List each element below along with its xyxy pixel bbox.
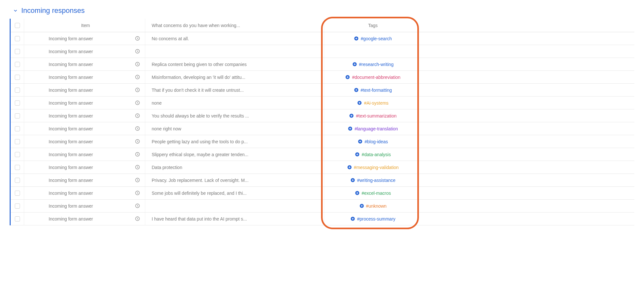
comment-icon[interactable] xyxy=(135,190,140,196)
row-item-cell[interactable]: Incoming form answer xyxy=(26,148,145,161)
tag-pill[interactable]: #blog-ideas xyxy=(358,139,388,144)
row-tags-cell[interactable]: #messaging-validation xyxy=(326,161,420,174)
comment-icon[interactable] xyxy=(135,74,140,80)
row-item-cell[interactable]: Incoming form answer xyxy=(26,109,145,122)
row-item-cell[interactable]: Incoming form answer xyxy=(26,45,145,58)
header-item[interactable]: Item xyxy=(26,19,145,32)
row-concerns-cell[interactable]: Replica content being given to other com… xyxy=(147,58,324,71)
tag-pill[interactable]: #text-summarization xyxy=(349,113,396,118)
row-item-cell[interactable]: Incoming form answer xyxy=(26,174,145,186)
select-all-checkbox[interactable] xyxy=(15,23,20,28)
row-checkbox[interactable] xyxy=(15,75,20,80)
row-tags-cell[interactable]: #document-abbreviation xyxy=(326,71,420,83)
comment-icon[interactable] xyxy=(135,100,140,106)
row-tags-cell[interactable]: #writing-assistance xyxy=(326,174,420,186)
tag-pill[interactable]: #writing-assistance xyxy=(350,178,395,183)
row-checkbox[interactable] xyxy=(15,88,20,93)
row-checkbox[interactable] xyxy=(15,191,20,196)
row-checkbox[interactable] xyxy=(15,36,20,41)
comment-icon[interactable] xyxy=(135,126,140,132)
header-tags[interactable]: Tags xyxy=(326,19,420,32)
row-item-cell[interactable]: Incoming form answer xyxy=(26,32,145,45)
row-checkbox[interactable] xyxy=(15,165,20,170)
row-tags-cell[interactable]: #unknown xyxy=(326,200,420,212)
row-item-cell[interactable]: Incoming form answer xyxy=(26,71,145,83)
item-label: Incoming form answer xyxy=(49,203,93,209)
tag-pill[interactable]: #messaging-validation xyxy=(347,165,399,170)
row-checkbox[interactable] xyxy=(15,178,20,183)
row-tags-cell[interactable]: #excel-macros xyxy=(326,187,420,199)
row-checkbox[interactable] xyxy=(15,113,20,118)
comment-icon[interactable] xyxy=(135,203,140,209)
comment-icon[interactable] xyxy=(135,152,140,157)
row-checkbox-cell xyxy=(11,109,24,122)
tag-pill[interactable]: #process-summary xyxy=(350,216,395,221)
row-concerns-cell[interactable]: That if you don't check it it will creat… xyxy=(147,84,324,96)
tag-pill[interactable]: #data-analysis xyxy=(355,152,391,157)
comment-icon[interactable] xyxy=(135,177,140,183)
row-tags-cell[interactable]: #research-writing xyxy=(326,58,420,71)
comment-icon[interactable] xyxy=(135,36,140,42)
row-concerns-cell[interactable]: No concerns at all. xyxy=(147,32,324,45)
tag-pill[interactable]: #research-writing xyxy=(352,62,393,67)
comment-icon[interactable] xyxy=(135,61,140,67)
row-tags-cell[interactable]: #text-summarization xyxy=(326,109,420,122)
row-tags-cell[interactable]: #blog-ideas xyxy=(326,135,420,148)
row-checkbox[interactable] xyxy=(15,139,20,144)
row-concerns-cell[interactable] xyxy=(147,45,324,58)
row-concerns-cell[interactable]: Slippery ethical slope, maybe a greater … xyxy=(147,148,324,161)
tag-pill[interactable]: #google-search xyxy=(354,36,392,41)
comment-icon[interactable] xyxy=(135,113,140,119)
row-checkbox[interactable] xyxy=(15,49,20,54)
tag-pill[interactable]: #unknown xyxy=(359,203,387,209)
row-item-cell[interactable]: Incoming form answer xyxy=(26,122,145,135)
row-checkbox[interactable] xyxy=(15,126,20,131)
row-item-cell[interactable]: Incoming form answer xyxy=(26,212,145,225)
row-tags-cell[interactable]: #google-search xyxy=(326,32,420,45)
row-concerns-cell[interactable]: Misinformation, developing an 'it will d… xyxy=(147,71,324,83)
row-item-cell[interactable]: Incoming form answer xyxy=(26,58,145,71)
row-checkbox-cell xyxy=(11,187,24,199)
row-checkbox[interactable] xyxy=(15,100,20,106)
row-tags-cell[interactable]: #Ai-systems xyxy=(326,97,420,109)
row-checkbox[interactable] xyxy=(15,62,20,67)
tag-pill[interactable]: #Ai-systems xyxy=(357,100,388,106)
comment-icon[interactable] xyxy=(135,165,140,170)
plus-circle-icon xyxy=(354,36,359,41)
row-concerns-cell[interactable]: People getting lazy and using the tools … xyxy=(147,135,324,148)
row-item-cell[interactable]: Incoming form answer xyxy=(26,97,145,109)
row-tags-cell[interactable]: #language-translation xyxy=(326,122,420,135)
comment-icon[interactable] xyxy=(135,87,140,93)
row-concerns-cell[interactable]: You should always be able to verify the … xyxy=(147,109,324,122)
comment-icon[interactable] xyxy=(135,139,140,145)
row-checkbox[interactable] xyxy=(15,152,20,157)
row-tags-cell[interactable]: #process-summary xyxy=(326,212,420,225)
row-checkbox[interactable] xyxy=(15,216,20,221)
tag-pill[interactable]: #excel-macros xyxy=(355,191,391,196)
row-tags-cell[interactable] xyxy=(326,45,420,58)
chevron-down-icon[interactable] xyxy=(13,8,18,13)
row-checkbox[interactable] xyxy=(15,203,20,209)
row-item-cell[interactable]: Incoming form answer xyxy=(26,161,145,174)
row-checkbox-cell xyxy=(11,84,24,96)
row-tags-cell[interactable]: #data-analysis xyxy=(326,148,420,161)
row-concerns-cell[interactable]: Data protection xyxy=(147,161,324,174)
row-concerns-cell[interactable]: none right now xyxy=(147,122,324,135)
row-concerns-cell[interactable]: I have heard that data put into the AI p… xyxy=(147,212,324,225)
row-concerns-cell[interactable]: none xyxy=(147,97,324,109)
row-concerns-cell[interactable] xyxy=(147,200,324,212)
tag-pill[interactable]: #document-abbreviation xyxy=(345,75,400,80)
row-tags-cell[interactable]: #text-formatting xyxy=(326,84,420,96)
tag-pill[interactable]: #language-translation xyxy=(348,126,398,131)
row-item-cell[interactable]: Incoming form answer xyxy=(26,135,145,148)
row-item-cell[interactable]: Incoming form answer xyxy=(26,84,145,96)
comment-icon[interactable] xyxy=(135,216,140,222)
plus-circle-icon xyxy=(358,139,363,144)
row-concerns-cell[interactable]: Some jobs will definitely be replaced, a… xyxy=(147,187,324,199)
tag-pill[interactable]: #text-formatting xyxy=(354,88,392,93)
row-item-cell[interactable]: Incoming form answer xyxy=(26,200,145,212)
row-concerns-cell[interactable]: Privacy. Job replacement. Lack of oversi… xyxy=(147,174,324,186)
comment-icon[interactable] xyxy=(135,49,140,54)
row-item-cell[interactable]: Incoming form answer xyxy=(26,187,145,199)
header-concerns[interactable]: What concerns do you have when working..… xyxy=(147,19,324,32)
